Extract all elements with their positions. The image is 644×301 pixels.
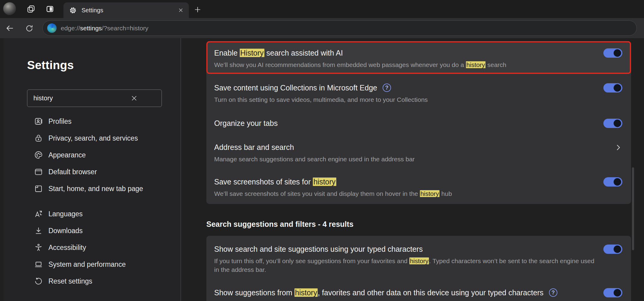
help-icon[interactable]: ? (383, 84, 391, 92)
downloads-icon (34, 226, 43, 235)
toggle-switch-on[interactable] (603, 48, 622, 58)
url-suffix: /?search=history (102, 25, 149, 32)
setting-title: Save screenshots of sites for history (214, 177, 623, 187)
setting-row: Save screenshots of sites for historyWe’… (214, 177, 623, 198)
address-toolbar: edge://settings/?search=history (0, 18, 644, 38)
new-tab-button[interactable] (193, 5, 202, 14)
sidebar-item-start-home-and-new-tab-page[interactable]: Start, home, and new tab page (3, 180, 180, 197)
toggle-track[interactable] (603, 83, 622, 93)
toggle-knob (614, 120, 621, 127)
text-segment: hub (439, 190, 452, 197)
url-text: edge://settings/?search=history (61, 25, 148, 32)
settings-sidebar: Settings ProfilesPrivacy, search, and se… (3, 38, 180, 301)
back-icon[interactable] (5, 24, 14, 33)
setting-description: We’ll save screenshots of sites you visi… (214, 189, 601, 198)
toggle-switch-on[interactable] (603, 177, 622, 187)
toggle-knob (614, 84, 621, 92)
toggle-track[interactable] (603, 288, 622, 297)
toggle-switch-on[interactable] (603, 83, 622, 93)
sidebar-item-label: Languages (48, 210, 83, 218)
text-segment: Save screenshots of sites for (214, 178, 313, 186)
toggle-knob (614, 289, 621, 296)
toggle-track[interactable] (603, 119, 622, 128)
page-title: Settings (27, 58, 74, 72)
tab-title: Settings (82, 7, 103, 14)
address-bar[interactable]: edge://settings/?search=history (42, 20, 637, 36)
setting-description: If you turn this off, you’ll only see su… (214, 257, 601, 274)
sidebar-item-downloads[interactable]: Downloads (3, 222, 180, 239)
toggle-switch-on[interactable] (603, 119, 622, 128)
sidebar-divider (180, 38, 181, 301)
url-prefix: edge:// (61, 25, 80, 32)
privacy-lock-icon (34, 134, 43, 143)
sidebar-item-label: Reset settings (48, 277, 92, 285)
workspaces-icon[interactable] (26, 4, 36, 14)
toggle-track[interactable] (603, 245, 622, 254)
setting-title: Save content using Collections in Micros… (214, 83, 623, 93)
highlighted-term: History (240, 49, 264, 57)
toggle-switch-on[interactable] (603, 288, 622, 297)
toggle-knob (614, 178, 621, 186)
settings-card-history: Enable History search assisted with AIWe… (206, 41, 631, 204)
chevron-right-icon[interactable] (614, 143, 622, 152)
text-segment: We’ll show you AI recommmendations from … (214, 61, 466, 68)
highlighted-term: history (294, 288, 318, 297)
setting-description: Manage search suggestions and search eng… (214, 155, 601, 163)
sidebar-item-label: Appearance (48, 151, 86, 159)
setting-title: Address bar and search (214, 142, 623, 152)
sidebar-item-label: System and performance (48, 260, 126, 269)
tab-close-icon[interactable] (177, 6, 185, 14)
text-segment: Enable (214, 49, 240, 57)
text-segment: search assisted with AI (264, 49, 343, 57)
browser-window: Settings edge://settings (0, 0, 644, 301)
sidebar-item-default-browser[interactable]: Default browser (3, 163, 180, 180)
languages-icon (34, 209, 43, 218)
refresh-icon[interactable] (25, 24, 34, 33)
help-icon[interactable]: ? (549, 288, 557, 297)
setting-row: Address bar and searchManage search sugg… (214, 142, 623, 163)
profiles-icon (34, 117, 43, 126)
text-segment: Show search and site suggestions using y… (214, 245, 423, 253)
url-highlight: settings (80, 25, 102, 32)
sidebar-item-profiles[interactable]: Profiles (3, 113, 180, 130)
sidebar-item-languages[interactable]: Languages (3, 205, 180, 222)
highlighted-term: history (466, 61, 486, 68)
text-segment: , favorites and other data on this devic… (318, 288, 543, 297)
sidebar-item-label: Default browser (48, 168, 97, 176)
setting-title: Organize your tabs (214, 118, 623, 128)
highlighted-term: history (313, 178, 336, 186)
sidebar-item-reset-settings[interactable]: Reset settings (3, 273, 180, 290)
setting-title: Show suggestions from history, favorites… (214, 288, 623, 297)
text-segment: Manage search suggestions and search eng… (214, 156, 415, 163)
sidebar-item-appearance[interactable]: Appearance (3, 147, 180, 163)
sidebar-nav: ProfilesPrivacy, search, and servicesApp… (3, 113, 180, 290)
text-segment: If you turn this off, you’ll only see su… (214, 257, 409, 264)
sidebar-item-accessibility[interactable]: Accessibility (3, 239, 180, 256)
setting-row: Show search and site suggestions using y… (214, 244, 623, 274)
setting-description: We’ll show you AI recommmendations from … (214, 60, 601, 69)
highlighted-term: history (409, 257, 429, 264)
settings-search-input[interactable] (27, 94, 130, 102)
system-performance-icon (34, 260, 43, 269)
tab-settings[interactable]: Settings (63, 2, 189, 18)
clear-search-icon[interactable] (130, 94, 138, 102)
setting-row: Organize your tabs (214, 118, 623, 128)
scrollbar-thumb[interactable] (632, 167, 634, 250)
toggle-switch-on[interactable] (603, 245, 622, 254)
sidebar-item-system-and-performance[interactable]: System and performance (3, 256, 180, 273)
split-screen-icon[interactable] (45, 4, 55, 14)
profile-avatar[interactable] (3, 2, 16, 15)
sidebar-item-privacy-search-and-services[interactable]: Privacy, search, and services (3, 130, 180, 147)
text-segment: We’ll save screenshots of sites you visi… (214, 190, 420, 197)
toggle-track[interactable] (603, 48, 622, 58)
text-segment: Show suggestions from (214, 288, 294, 297)
toggle-track[interactable] (603, 177, 622, 187)
setting-row: Show suggestions from history, favorites… (214, 288, 623, 297)
setting-title: Enable History search assisted with AI (214, 48, 623, 58)
toggle-knob (614, 49, 621, 57)
toggle-knob (614, 245, 621, 253)
text-segment: Address bar and search (214, 143, 294, 151)
settings-search-box (27, 90, 162, 107)
accessibility-icon (34, 243, 43, 252)
sidebar-item-label: Downloads (48, 227, 83, 235)
